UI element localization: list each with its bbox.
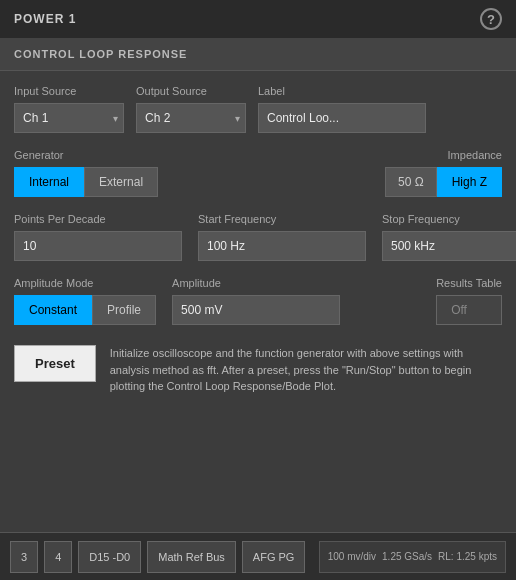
amplitude-mode-btn-group: Constant Profile bbox=[14, 295, 156, 325]
bottom-bar: 3 4 D15 -D0 Math Ref Bus AFG PG 100 mv/d… bbox=[0, 532, 516, 580]
constant-btn[interactable]: Constant bbox=[14, 295, 92, 325]
generator-row: Generator Internal External Impedance 50… bbox=[14, 149, 502, 197]
title-bar: POWER 1 ? bbox=[0, 0, 516, 38]
panel: CONTROL LOOP RESPONSE Input Source Ch 1 … bbox=[0, 38, 516, 532]
source-row: Input Source Ch 1 Ch 2 Ch 3 Ch 4 ▾ Outpu… bbox=[14, 85, 502, 133]
output-source-select[interactable]: Ch 1 Ch 2 Ch 3 Ch 4 bbox=[136, 103, 246, 133]
preset-section: Preset Initialize oscilloscope and the f… bbox=[14, 345, 502, 395]
generator-group: Generator Internal External bbox=[14, 149, 158, 197]
stop-freq-group: Stop Frequency bbox=[382, 213, 516, 261]
input-source-group: Input Source Ch 1 Ch 2 Ch 3 Ch 4 ▾ bbox=[14, 85, 124, 133]
points-group: Points Per Decade bbox=[14, 213, 182, 261]
panel-body: Input Source Ch 1 Ch 2 Ch 3 Ch 4 ▾ Outpu… bbox=[0, 71, 516, 532]
results-table-label: Results Table bbox=[436, 277, 502, 289]
high-z-btn[interactable]: High Z bbox=[437, 167, 502, 197]
amplitude-label: Amplitude bbox=[172, 277, 340, 289]
input-source-select-wrapper: Ch 1 Ch 2 Ch 3 Ch 4 ▾ bbox=[14, 103, 124, 133]
bottom-info-1: 100 mv/div 1.25 GSa/s RL: 1.25 kpts bbox=[319, 541, 506, 573]
label-input[interactable] bbox=[258, 103, 426, 133]
info-sample: 1.25 GSa/s bbox=[382, 551, 432, 562]
frequency-row: Points Per Decade Start Frequency Stop F… bbox=[14, 213, 502, 261]
amplitude-group: Amplitude bbox=[172, 277, 340, 325]
impedance-btn-group: 50 Ω High Z bbox=[385, 167, 502, 197]
panel-header: CONTROL LOOP RESPONSE bbox=[0, 38, 516, 71]
start-freq-group: Start Frequency bbox=[198, 213, 366, 261]
stop-freq-label: Stop Frequency bbox=[382, 213, 516, 225]
start-freq-label: Start Frequency bbox=[198, 213, 366, 225]
start-freq-input[interactable] bbox=[198, 231, 366, 261]
amplitude-row: Amplitude Mode Constant Profile Amplitud… bbox=[14, 277, 502, 325]
preset-description: Initialize oscilloscope and the function… bbox=[110, 345, 502, 395]
points-label: Points Per Decade bbox=[14, 213, 182, 225]
impedance-value: 50 Ω bbox=[385, 167, 437, 197]
bottom-btn-4[interactable]: 4 bbox=[44, 541, 72, 573]
impedance-group: Impedance 50 Ω High Z bbox=[385, 149, 502, 197]
label-field-group: Label bbox=[258, 85, 426, 133]
info-rate: 100 mv/div bbox=[328, 551, 376, 562]
preset-button[interactable]: Preset bbox=[14, 345, 96, 382]
output-source-select-wrapper: Ch 1 Ch 2 Ch 3 Ch 4 ▾ bbox=[136, 103, 246, 133]
impedance-label: Impedance bbox=[448, 149, 502, 161]
bottom-btn-3[interactable]: 3 bbox=[10, 541, 38, 573]
generator-external-btn[interactable]: External bbox=[84, 167, 158, 197]
info-rl: RL: 1.25 kpts bbox=[438, 551, 497, 562]
output-source-label: Output Source bbox=[136, 85, 246, 97]
bottom-btn-math[interactable]: Math Ref Bus bbox=[147, 541, 236, 573]
output-source-group: Output Source Ch 1 Ch 2 Ch 3 Ch 4 ▾ bbox=[136, 85, 246, 133]
generator-internal-btn[interactable]: Internal bbox=[14, 167, 84, 197]
generator-btn-group: Internal External bbox=[14, 167, 158, 197]
bottom-info-group: 100 mv/div 1.25 GSa/s RL: 1.25 kpts bbox=[319, 541, 506, 573]
generator-label: Generator bbox=[14, 149, 158, 161]
results-table-toggle[interactable]: Off bbox=[436, 295, 502, 325]
input-source-label: Input Source bbox=[14, 85, 124, 97]
amplitude-mode-group: Amplitude Mode Constant Profile bbox=[14, 277, 156, 325]
bottom-btn-d15[interactable]: D15 -D0 bbox=[78, 541, 141, 573]
points-input[interactable] bbox=[14, 231, 182, 261]
help-icon[interactable]: ? bbox=[480, 8, 502, 30]
window-title: POWER 1 bbox=[14, 12, 76, 26]
main-window: POWER 1 ? CONTROL LOOP RESPONSE Input So… bbox=[0, 0, 516, 580]
input-source-select[interactable]: Ch 1 Ch 2 Ch 3 Ch 4 bbox=[14, 103, 124, 133]
stop-freq-input[interactable] bbox=[382, 231, 516, 261]
label-field-label: Label bbox=[258, 85, 426, 97]
amplitude-mode-label: Amplitude Mode bbox=[14, 277, 156, 289]
bottom-btn-afg[interactable]: AFG PG bbox=[242, 541, 306, 573]
profile-btn[interactable]: Profile bbox=[92, 295, 156, 325]
amplitude-input[interactable] bbox=[172, 295, 340, 325]
results-table-group: Results Table Off bbox=[436, 277, 502, 325]
